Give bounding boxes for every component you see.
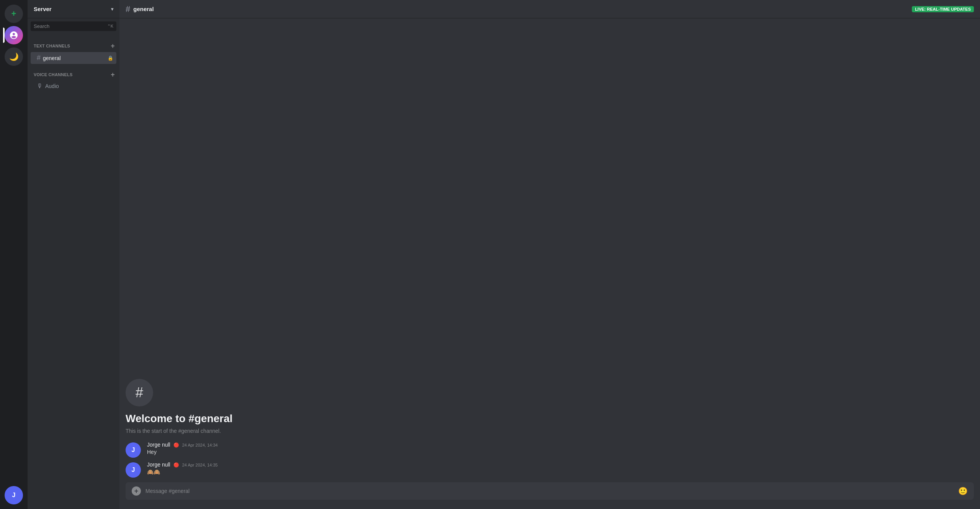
status-badge: 🔴 [173, 462, 179, 468]
moon-button[interactable]: 🌙 [5, 47, 23, 66]
channel-item-general[interactable]: # general 🔒 [31, 52, 116, 64]
channel-name-general: general [43, 55, 105, 61]
active-indicator [3, 28, 5, 43]
text-channels-label: TEXT CHANNELS [34, 44, 70, 48]
channel-header-name: general [133, 6, 154, 12]
channel-name-audio: Audio [45, 83, 113, 89]
channel-hash-icon: # [126, 4, 130, 14]
message-text: Hey [147, 449, 974, 456]
hash-icon: # [37, 54, 41, 62]
add-voice-channel-button[interactable]: + [109, 70, 116, 79]
main-content: # general Live: Real-time updates # Welc… [119, 0, 980, 509]
add-attachment-button[interactable]: + [132, 486, 141, 496]
user-icon[interactable]: J [5, 486, 23, 504]
voice-channels-label: VOICE CHANNELS [34, 72, 72, 77]
channels-container: TEXT CHANNELS + # general 🔒 VOICE CHANNE… [28, 33, 119, 509]
server-list: + 🌙 J [0, 0, 28, 509]
channel-sidebar: Server ▾ Search ⌃K TEXT CHANNELS + # gen… [28, 0, 119, 509]
message-timestamp: 24 Apr 2024, 14:35 [182, 463, 218, 467]
message-timestamp: 24 Apr 2024, 14:34 [182, 443, 218, 447]
chat-header: # general Live: Real-time updates [119, 0, 980, 18]
welcome-description: This is the start of the #general channe… [126, 428, 974, 434]
channel-welcome: # Welcome to #general This is the start … [126, 371, 974, 440]
message-text: 🙈🙈 [147, 468, 974, 476]
welcome-hash-icon: # [136, 385, 143, 401]
search-text: Search [34, 23, 105, 29]
add-text-channel-button[interactable]: + [109, 42, 116, 50]
table-row: J Jorge null 🔴 24 Apr 2024, 14:35 🙈🙈 [126, 460, 974, 479]
message-input[interactable] [145, 488, 954, 494]
server-title: Server [34, 6, 52, 12]
text-channels-section-header: TEXT CHANNELS + [28, 36, 119, 52]
message-author: Jorge null [147, 442, 170, 448]
message-input-container: + 🙂 [119, 482, 980, 509]
avatar: J [126, 442, 141, 458]
microphone-icon: 🎙 [37, 83, 43, 90]
welcome-icon-circle: # [126, 379, 153, 406]
welcome-title: Welcome to #general [126, 413, 974, 425]
search-bar[interactable]: Search ⌃K [31, 21, 116, 31]
server-icon-main[interactable] [5, 26, 23, 44]
status-badge: 🔴 [173, 442, 179, 448]
avatar: J [126, 462, 141, 478]
search-shortcut: ⌃K [107, 24, 113, 29]
message-author: Jorge null [147, 462, 170, 468]
add-server-button[interactable]: + [5, 5, 23, 23]
messages-container: # Welcome to #general This is the start … [119, 18, 980, 482]
lock-icon: 🔒 [108, 55, 113, 61]
server-header[interactable]: Server ▾ [28, 0, 119, 18]
messages-list: J Jorge null 🔴 24 Apr 2024, 14:34 Hey J [126, 440, 974, 482]
table-row: J Jorge null 🔴 24 Apr 2024, 14:34 Hey [126, 440, 974, 459]
message-meta: Jorge null 🔴 24 Apr 2024, 14:35 [147, 462, 974, 468]
message-content: Jorge null 🔴 24 Apr 2024, 14:35 🙈🙈 [147, 462, 974, 478]
channel-item-audio[interactable]: 🎙 Audio [31, 81, 116, 91]
emoji-button[interactable]: 🙂 [958, 486, 968, 496]
message-content: Jorge null 🔴 24 Apr 2024, 14:34 Hey [147, 442, 974, 458]
live-badge: Live: Real-time updates [912, 6, 974, 12]
chevron-down-icon: ▾ [111, 7, 113, 12]
message-input-box: + 🙂 [126, 482, 974, 500]
server-logo-icon [9, 31, 18, 40]
voice-channels-section-header: VOICE CHANNELS + [28, 64, 119, 80]
message-meta: Jorge null 🔴 24 Apr 2024, 14:34 [147, 442, 974, 448]
